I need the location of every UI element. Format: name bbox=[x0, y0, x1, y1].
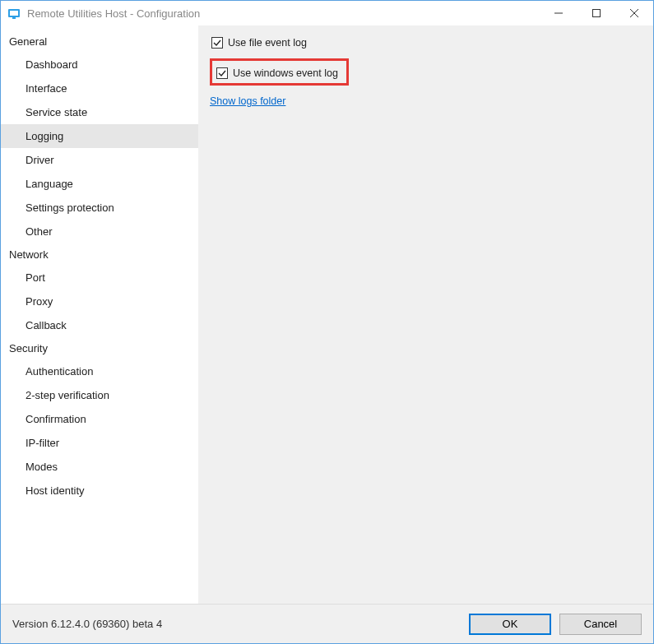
sidebar: GeneralDashboardInterfaceService stateLo… bbox=[1, 25, 198, 604]
sidebar-item-service-state[interactable]: Service state bbox=[1, 100, 198, 124]
use-file-event-log-row: Use file event log bbox=[210, 35, 642, 50]
sidebar-item-callback[interactable]: Callback bbox=[1, 313, 198, 337]
sidebar-item-settings-protection[interactable]: Settings protection bbox=[1, 196, 198, 220]
close-button[interactable] bbox=[615, 1, 653, 25]
highlight-annotation: Use windows event log bbox=[210, 58, 349, 86]
sidebar-item-host-identity[interactable]: Host identity bbox=[1, 479, 198, 503]
use-file-event-log-label: Use file event log bbox=[228, 37, 307, 49]
app-icon bbox=[7, 7, 21, 20]
svg-rect-4 bbox=[593, 10, 601, 17]
sidebar-item-driver[interactable]: Driver bbox=[1, 148, 198, 172]
ok-button[interactable]: OK bbox=[469, 614, 551, 635]
use-file-event-log-checkbox[interactable] bbox=[211, 37, 223, 49]
svg-rect-2 bbox=[12, 17, 16, 19]
sidebar-item-proxy[interactable]: Proxy bbox=[1, 290, 198, 313]
sidebar-item-authentication[interactable]: Authentication bbox=[1, 359, 198, 383]
cancel-button[interactable]: Cancel bbox=[559, 614, 642, 635]
sidebar-item-ip-filter[interactable]: IP-filter bbox=[1, 431, 198, 455]
window-controls bbox=[540, 1, 653, 25]
sidebar-item-language[interactable]: Language bbox=[1, 172, 198, 196]
sidebar-item-interface[interactable]: Interface bbox=[1, 76, 198, 100]
window-body: GeneralDashboardInterfaceService stateLo… bbox=[1, 25, 653, 604]
version-text: Version 6.12.4.0 (69360) beta 4 bbox=[12, 618, 461, 630]
sidebar-item-modes[interactable]: Modes bbox=[1, 455, 198, 479]
sidebar-item-logging[interactable]: Logging bbox=[1, 124, 198, 148]
sidebar-item-dashboard[interactable]: Dashboard bbox=[1, 53, 198, 76]
maximize-button[interactable] bbox=[577, 1, 615, 25]
use-windows-event-log-row: Use windows event log bbox=[215, 66, 340, 81]
footer: Version 6.12.4.0 (69360) beta 4 OK Cance… bbox=[1, 604, 653, 643]
sidebar-section-header[interactable]: Security bbox=[1, 337, 198, 359]
svg-rect-1 bbox=[10, 11, 18, 16]
use-windows-event-log-label: Use windows event log bbox=[233, 67, 338, 79]
config-window: Remote Utilities Host - Configuration Ge… bbox=[0, 0, 654, 644]
sidebar-section-header[interactable]: General bbox=[1, 30, 198, 53]
sidebar-item-2-step-verification[interactable]: 2-step verification bbox=[1, 383, 198, 407]
titlebar: Remote Utilities Host - Configuration bbox=[1, 1, 653, 25]
sidebar-item-confirmation[interactable]: Confirmation bbox=[1, 407, 198, 431]
sidebar-item-other[interactable]: Other bbox=[1, 220, 198, 243]
minimize-button[interactable] bbox=[540, 1, 577, 25]
use-windows-event-log-checkbox[interactable] bbox=[216, 67, 228, 79]
sidebar-section-header[interactable]: Network bbox=[1, 243, 198, 266]
sidebar-item-port[interactable]: Port bbox=[1, 266, 198, 290]
show-logs-folder-link[interactable]: Show logs folder bbox=[210, 95, 285, 107]
window-title: Remote Utilities Host - Configuration bbox=[27, 7, 540, 20]
content-panel: Use file event log Use windows event log… bbox=[198, 25, 653, 604]
